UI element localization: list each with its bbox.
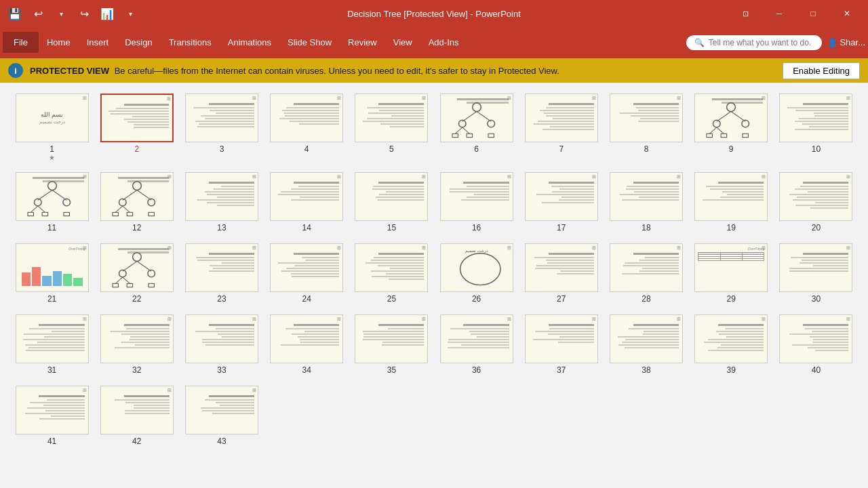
menu-item-home[interactable]: Home <box>39 32 79 53</box>
slide-item-36[interactable]: ⊞ 36 <box>438 314 515 375</box>
slide-item-32[interactable]: ⊞ 32 <box>98 314 175 375</box>
slide-item-3[interactable]: ⊞ 3 <box>183 94 260 161</box>
slide-thumb-13: ⊞ <box>185 172 258 221</box>
slide-number-11: 11 <box>47 223 56 232</box>
slide-item-8[interactable]: ⊞ 8 <box>608 94 684 161</box>
slide-item-38[interactable]: ⊞ 38 <box>608 314 684 375</box>
svg-rect-37 <box>113 212 118 216</box>
menu-item-review[interactable]: Review <box>340 32 385 53</box>
slide-number-26: 26 <box>472 294 481 304</box>
slide-item-21[interactable]: ⊞ OverFitting 21 <box>14 243 90 304</box>
slide-number-28: 28 <box>642 294 650 304</box>
slide-item-31[interactable]: ⊞ 31 <box>14 314 90 375</box>
slide-item-7[interactable]: ⊞ 7 <box>523 94 599 161</box>
slide-item-9[interactable]: ⊞ 9 <box>693 94 770 161</box>
menu-item-transitions[interactable]: Transitions <box>161 32 220 53</box>
slide-item-30[interactable]: ⊞ 30 <box>778 243 854 304</box>
slide-number-13: 13 <box>217 223 226 232</box>
minimize-button[interactable]: ─ <box>764 3 795 24</box>
slide-item-16[interactable]: ⊞ 16 <box>438 172 515 232</box>
slide-item-20[interactable]: ⊞ 20 <box>778 172 854 232</box>
slide-item-34[interactable]: ⊞ 34 <box>269 314 345 375</box>
slide-item-43[interactable]: ⊞ 43 <box>183 386 260 446</box>
svg-text:درخت تصمیم: درخت تصمیم <box>465 248 488 253</box>
save-button[interactable]: 💾 <box>5 4 24 23</box>
slide-item-26[interactable]: ⊞ درخت تصمیم 26 <box>438 243 515 304</box>
slide-item-29[interactable]: ⊞ OverFitting 29 <box>693 243 770 304</box>
svg-point-30 <box>132 182 141 190</box>
close-button[interactable]: ✕ <box>831 3 863 24</box>
restore-button[interactable]: ⊡ <box>730 3 761 24</box>
slide-item-1[interactable]: بسم الله درخت تصمیم ⊞ 1★ <box>14 94 90 161</box>
svg-rect-39 <box>149 212 154 216</box>
maximize-button[interactable]: □ <box>797 3 829 24</box>
protected-view-text: PROTECTED VIEW Be careful—files from the… <box>30 66 559 76</box>
slide-item-41[interactable]: ⊞ 41 <box>14 386 90 446</box>
enable-editing-button[interactable]: Enable Editing <box>783 62 860 79</box>
slide-item-14[interactable]: ⊞ 14 <box>269 172 345 232</box>
svg-rect-17 <box>707 134 712 137</box>
slide-number-18: 18 <box>642 223 650 232</box>
slide-number-27: 27 <box>557 294 566 304</box>
slide-item-35[interactable]: ⊞ 35 <box>353 314 430 375</box>
slide-thumb-40: ⊞ <box>779 314 852 363</box>
slide-number-25: 25 <box>387 294 396 304</box>
slide-item-18[interactable]: ⊞ 18 <box>608 172 684 232</box>
slide-item-2[interactable]: ⊞ 2 <box>98 94 175 161</box>
slide-item-19[interactable]: ⊞ 19 <box>693 172 770 232</box>
menu-bar: File Home Insert Design Transitions Anim… <box>0 27 868 58</box>
slide-item-10[interactable]: ⊞ 10 <box>778 94 854 161</box>
slide-item-39[interactable]: ⊞ 39 <box>693 314 770 375</box>
slide-number-1: 1 <box>50 144 54 154</box>
window-controls: ⊡ ─ □ ✕ <box>730 3 863 24</box>
svg-point-50 <box>460 253 500 285</box>
menu-item-insert[interactable]: Insert <box>79 32 117 53</box>
slide-thumb-41: ⊞ <box>16 386 89 434</box>
customize-button[interactable]: 📊 <box>98 4 117 23</box>
menu-item-view[interactable]: View <box>385 32 420 53</box>
slide-item-4[interactable]: ⊞ 4 <box>269 94 345 161</box>
slide-item-13[interactable]: ⊞ 13 <box>183 172 260 232</box>
menu-item-slideshow[interactable]: Slide Show <box>279 32 340 53</box>
slide-thumb-15: ⊞ <box>355 172 428 221</box>
slide-number-12: 12 <box>132 223 141 232</box>
undo-arrow[interactable]: ▾ <box>52 4 71 23</box>
slide-number-42: 42 <box>132 436 141 446</box>
slide-item-15[interactable]: ⊞ 15 <box>353 172 430 232</box>
slide-number-3: 3 <box>220 144 224 154</box>
slide-item-28[interactable]: ⊞ 28 <box>608 243 684 304</box>
slide-item-22[interactable]: ⊞ 22 <box>98 243 175 304</box>
slide-thumb-30: ⊞ <box>779 243 852 292</box>
redo-button[interactable]: ↪ <box>75 4 94 23</box>
slide-item-11[interactable]: ⊞ 11 <box>14 172 90 232</box>
slide-item-27[interactable]: ⊞ 27 <box>523 243 599 304</box>
slide-item-17[interactable]: ⊞ 17 <box>523 172 599 232</box>
slide-thumb-10: ⊞ <box>779 94 852 142</box>
slide-item-5[interactable]: ⊞ 5 <box>353 94 430 161</box>
undo-button[interactable]: ↩ <box>28 4 47 23</box>
menu-item-design[interactable]: Design <box>117 32 160 53</box>
slide-item-25[interactable]: ⊞ 25 <box>353 243 430 304</box>
slide-item-33[interactable]: ⊞ 33 <box>183 314 260 375</box>
slide-item-24[interactable]: ⊞ 24 <box>269 243 345 304</box>
quick-access-toolbar: 💾 ↩ ▾ ↪ 📊 ▾ <box>5 4 140 23</box>
dropdown-button[interactable]: ▾ <box>121 4 140 23</box>
menu-item-addins[interactable]: Add-Ins <box>420 32 467 53</box>
slide-item-40[interactable]: ⊞ 40 <box>778 314 854 375</box>
search-input[interactable] <box>709 38 810 47</box>
slides-grid-area[interactable]: بسم الله درخت تصمیم ⊞ 1★ ⊞ 2 ⊞ 3 <box>0 83 868 488</box>
slide-item-6[interactable]: ⊞ 6 <box>438 94 515 161</box>
slide-thumb-26: ⊞ درخت تصمیم <box>440 243 513 292</box>
slide-item-37[interactable]: ⊞ 37 <box>523 314 599 375</box>
search-box[interactable]: 🔍 <box>686 35 822 50</box>
slide-thumb-21: ⊞ OverFitting <box>16 243 89 292</box>
slide-item-42[interactable]: ⊞ 42 <box>98 386 175 446</box>
slide-item-12[interactable]: ⊞ 12 <box>98 172 175 232</box>
share-button[interactable]: 👤 Shar... <box>827 37 865 47</box>
svg-point-10 <box>727 103 736 112</box>
slide-item-23[interactable]: ⊞ 23 <box>183 243 260 304</box>
slide-number-8: 8 <box>644 144 649 154</box>
menu-item-animations[interactable]: Animations <box>220 32 279 53</box>
menu-item-file[interactable]: File <box>3 32 39 53</box>
slide-thumb-3: ⊞ <box>185 94 258 142</box>
